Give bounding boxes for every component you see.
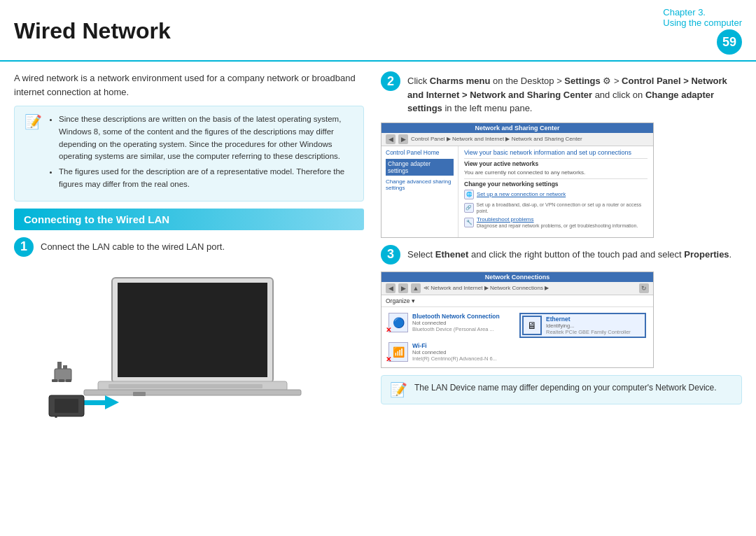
ss1-item-3: 🔧 Troubleshoot problems Diagnose and rep… [464, 216, 648, 229]
svg-rect-1 [118, 283, 267, 377]
network-connections-screenshot: Network Connections ◀ ▶ ▲ ≪ Network and … [381, 271, 654, 368]
ss1-item-2-icon: 🔗 [464, 203, 474, 213]
ss2-back-btn[interactable]: ◀ [386, 283, 396, 293]
ss1-link-home[interactable]: Control Panel Home [386, 149, 454, 156]
ss1-address: ◀ ▶ Control Panel ▶ Network and Internet… [382, 133, 653, 146]
ss2-bluetooth-x-icon: ✕ [386, 326, 391, 334]
ss2-wifi-x-icon: ✕ [386, 355, 391, 363]
ss2-wifi-status: Not connected [412, 349, 497, 355]
info-note-icon: 📝 [390, 381, 407, 398]
settings-gear-icon: ⚙ [603, 74, 611, 88]
ss1-item-3-desc: Diagnose and repair network problems, or… [477, 223, 638, 228]
svg-rect-12 [57, 362, 62, 369]
svg-rect-15 [59, 379, 64, 382]
step-1-text: Connect the LAN cable to the wired LAN p… [41, 237, 225, 254]
svg-rect-8 [55, 399, 78, 413]
ss1-main-title: View your basic network information and … [464, 149, 648, 156]
ss1-path: Control Panel ▶ Network and Internet ▶ N… [411, 136, 582, 142]
ss2-up-btn[interactable]: ▲ [411, 283, 421, 293]
ss1-active-label: View your active networks [464, 160, 648, 167]
ss1-link-adapter[interactable]: Change adapter settings [386, 159, 454, 176]
ss2-conn-bluetooth: 🔵 ✕ Bluetooth Network Connection Not con… [388, 313, 515, 338]
ss2-conn-ethernet: 🖥 Ethernet Identifying... Realtek PCIe G… [519, 313, 646, 338]
ss1-sidebar: Control Panel Home Change adapter settin… [382, 146, 458, 237]
step-2: 2 Click Charms menu on the Desktop > Set… [381, 71, 742, 115]
note-bullet-2: The figures used for the description are… [59, 166, 354, 191]
header-right: Chapter 3. Using the computer 59 [663, 7, 742, 55]
step-2-text: Click Charms menu on the Desktop > Setti… [407, 71, 742, 115]
svg-rect-5 [133, 392, 146, 396]
svg-rect-14 [52, 379, 57, 382]
ss1-item-2-desc: Set up a broadband, dial-up, or VPN conn… [477, 202, 642, 213]
ss1-main: View your basic network information and … [458, 146, 653, 237]
ss1-titlebar: Network and Sharing Center [382, 123, 653, 133]
network-sharing-screenshot: Network and Sharing Center ◀ ▶ Control P… [381, 122, 654, 238]
ss1-item-2: 🔗 Set up a broadband, dial-up, or VPN co… [464, 202, 648, 214]
back-btn[interactable]: ◀ [386, 134, 396, 144]
page-header: Wired Network Chapter 3. Using the compu… [0, 0, 756, 62]
ss2-toolbar: Organize ▾ [382, 295, 653, 307]
step-2-number: 2 [381, 71, 400, 91]
step-3: 3 Select Ethenet and click the right but… [381, 245, 742, 265]
ss1-change-label: Change your networking settings [464, 181, 648, 188]
step-1: 1 Connect the LAN cable to the wired LAN… [14, 237, 364, 257]
page-number: 59 [717, 29, 742, 55]
svg-marker-6 [84, 395, 119, 409]
note-text: Since these descriptions are written on … [49, 113, 354, 194]
laptop-image-area [14, 264, 364, 425]
laptop-illustration [42, 271, 336, 418]
ss2-bluetooth-icon: 🔵 [388, 313, 408, 332]
svg-rect-16 [66, 379, 71, 382]
svg-rect-3 [84, 390, 301, 395]
ss2-bluetooth-sub: Bluetooth Device (Personal Area ... [412, 326, 500, 332]
ss2-ethernet-name: Ethernet [546, 316, 631, 323]
step-3-number: 3 [381, 245, 400, 265]
ss1-link-new-conn[interactable]: Set up a new connection or network [477, 191, 566, 197]
ss2-ethernet-icon: 🖥 [522, 316, 542, 335]
ss1-link-troubleshoot[interactable]: Troubleshoot problems [477, 216, 638, 223]
ss1-no-networks: You are currently not connected to any n… [464, 169, 648, 176]
forward-btn[interactable]: ▶ [398, 134, 408, 144]
right-column: 2 Click Charms menu on the Desktop > Set… [381, 71, 742, 536]
ss2-forward-btn[interactable]: ▶ [398, 283, 408, 293]
ss2-wifi-info: Wi-Fi Not connected Intel(R) Centrino(R)… [412, 342, 497, 362]
page-title: Wired Network [14, 18, 171, 44]
ss2-address: ◀ ▶ ▲ ≪ Network and Internet ▶ Network C… [382, 282, 653, 295]
step-1-number: 1 [14, 237, 34, 257]
note-bullet-1: Since these descriptions are written on … [59, 113, 354, 163]
ss1-item-1: 🌐 Set up a new connection or network [464, 190, 648, 199]
ss2-refresh-btn[interactable]: ↻ [639, 283, 649, 293]
main-content: A wired network is a network environment… [0, 62, 756, 536]
ss2-wifi-sub: Intel(R) Centrino(R) Advanced-N 6... [412, 355, 497, 362]
left-column: A wired network is a network environment… [14, 71, 364, 536]
ss1-item-1-icon: 🌐 [464, 190, 474, 199]
intro-text: A wired network is a network environment… [14, 71, 364, 99]
ss2-wifi-icon: 📶 [388, 342, 408, 362]
svg-rect-13 [63, 365, 67, 369]
ss2-ethernet-sub: Realtek PCIe GBE Family Controller [546, 329, 631, 335]
info-note-text: The LAN Device name may differ depending… [414, 381, 717, 398]
ss2-path: ≪ Network and Internet ▶ Network Connect… [424, 285, 636, 291]
ss2-bluetooth-info: Bluetooth Network Connection Not connect… [412, 313, 500, 332]
svg-rect-4 [108, 384, 262, 388]
ss2-connections-grid: 🔵 ✕ Bluetooth Network Connection Not con… [382, 307, 653, 367]
ss2-wifi-name: Wi-Fi [412, 342, 497, 349]
ss2-bluetooth-name: Bluetooth Network Connection [412, 313, 500, 320]
ss2-titlebar: Network Connections [382, 272, 653, 282]
ss2-bluetooth-status: Not connected [412, 320, 500, 326]
ss1-link-advanced[interactable]: Change advanced sharing settings [386, 178, 454, 191]
section-header: Connecting to the Wired LAN [14, 209, 364, 230]
info-note-box: 📝 The LAN Device name may differ dependi… [381, 375, 742, 404]
note-box: 📝 Since these descriptions are written o… [14, 106, 364, 202]
ss1-content: Control Panel Home Change adapter settin… [382, 146, 653, 237]
note-icon: 📝 [24, 113, 42, 194]
ss2-conn-wifi: 📶 ✕ Wi-Fi Not connected Intel(R) Centrin… [388, 342, 515, 362]
ss2-ethernet-info: Ethernet Identifying... Realtek PCIe GBE… [546, 316, 631, 335]
ss2-ethernet-status: Identifying... [546, 323, 631, 329]
ss1-item-3-icon: 🔧 [464, 218, 474, 227]
step-3-text: Select Ethenet and click the right butto… [407, 245, 732, 262]
chapter-label: Chapter 3. Using the computer [663, 7, 742, 28]
